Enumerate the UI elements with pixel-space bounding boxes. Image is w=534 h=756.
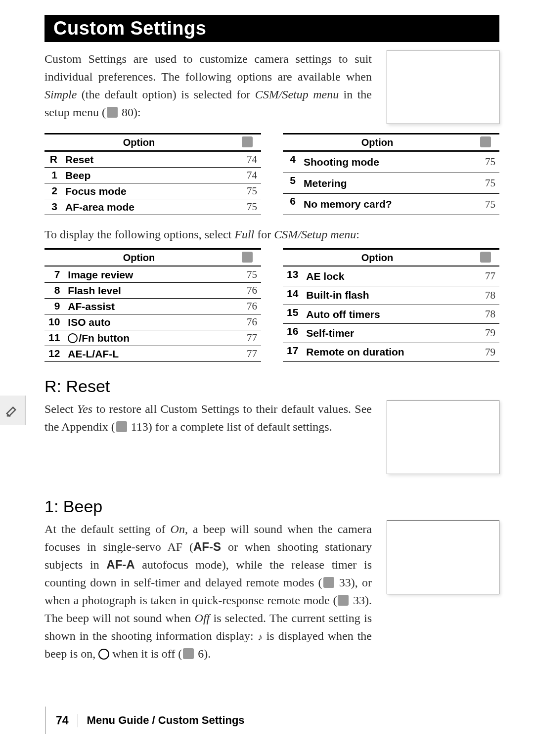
table-row: 10ISO auto76 — [44, 314, 261, 330]
text-italic: CSM/Setup menu — [255, 88, 339, 101]
option-page: 75 — [472, 194, 499, 215]
page-title: Custom Settings — [44, 15, 499, 42]
table-row: 1Beep74 — [44, 168, 261, 183]
table-row: 13AE lock77 — [283, 267, 499, 286]
option-number: 7 — [44, 267, 64, 283]
table-row: 16Self-timer79 — [283, 324, 499, 343]
option-number: R — [44, 151, 61, 168]
text: (the default option) is selected for — [77, 88, 255, 101]
option-page: 77 — [233, 330, 261, 346]
text: At the default setting of — [44, 523, 171, 535]
text-bold: AF-A — [106, 558, 134, 571]
col-header: Option — [283, 249, 472, 267]
col-header: Option — [44, 249, 233, 267]
option-page: 76 — [233, 283, 261, 299]
table-row: 9AF-assist76 — [44, 299, 261, 314]
option-label: Reset — [61, 151, 233, 168]
screenshot-thumb — [387, 50, 499, 124]
option-label: Built-in flash — [302, 286, 472, 305]
option-number: 6 — [283, 194, 300, 215]
table-row: 14Built-in flash78 — [283, 286, 499, 305]
option-number: 11 — [44, 330, 64, 346]
option-label: Flash level — [64, 283, 233, 299]
option-number: 12 — [44, 346, 64, 362]
table-row: 5Metering75 — [283, 173, 499, 194]
page-ref-icon — [242, 136, 253, 147]
table-row: 3AF-area mode75 — [44, 199, 261, 215]
text-italic: On — [171, 523, 185, 535]
table-row: 7Image review75 — [44, 267, 261, 283]
page-ref-icon — [338, 595, 349, 606]
option-page: 75 — [472, 151, 499, 173]
option-page: 78 — [472, 286, 499, 305]
option-label: Auto off timers — [302, 305, 472, 323]
text-italic: Full — [234, 228, 254, 241]
text-italic: Off — [195, 612, 210, 624]
option-number: 10 — [44, 314, 64, 330]
option-page: 79 — [472, 324, 499, 343]
table-row: 11/Fn button77 — [44, 330, 261, 346]
option-number: 8 — [44, 283, 64, 299]
option-label: Remote on duration — [302, 343, 472, 361]
text: 80): — [119, 106, 141, 119]
option-number: 5 — [283, 173, 300, 194]
text: when it is off ( — [109, 647, 182, 660]
timer-icon — [68, 333, 78, 343]
table-row: RReset74 — [44, 151, 261, 168]
option-table: Option 7Image review758Flash level769AF-… — [44, 248, 261, 362]
option-page: 77 — [472, 267, 499, 286]
option-number: 1 — [44, 168, 61, 183]
option-label: Beep — [61, 168, 233, 183]
option-label: Shooting mode — [300, 151, 472, 173]
option-page: 76 — [233, 314, 261, 330]
mid-paragraph: To display the following options, select… — [44, 228, 499, 241]
option-label: Focus mode — [61, 183, 233, 199]
table-row: 12AE-L/AF-L77 — [44, 346, 261, 362]
option-page: 74 — [233, 151, 261, 168]
text: Custom Settings are used to customize ca… — [44, 52, 372, 83]
option-table: Option 4Shooting mode755Metering756No me… — [283, 133, 499, 215]
text: 113) for a complete list of default sett… — [128, 420, 332, 433]
col-header-icon — [472, 249, 499, 267]
col-header: Option — [283, 134, 472, 151]
col-header-icon — [472, 134, 499, 151]
side-tab-pencil-icon — [0, 396, 26, 425]
beep-paragraph: At the default setting of On, a beep wil… — [44, 520, 372, 663]
text-italic: CSM/Setup menu — [274, 228, 356, 241]
option-table: Option RReset741Beep742Focus mode753AF-a… — [44, 133, 261, 215]
text: : — [356, 228, 359, 241]
reset-paragraph: Select Yes to restore all Custom Setting… — [44, 400, 372, 436]
option-page: 78 — [472, 305, 499, 323]
beep-off-icon — [98, 649, 109, 660]
option-number: 4 — [283, 151, 300, 173]
text: for — [254, 228, 274, 241]
screenshot-thumb — [387, 400, 499, 474]
option-label: ISO auto — [64, 314, 233, 330]
text: To display the following options, select — [44, 228, 234, 241]
page-ref-icon — [480, 136, 491, 147]
option-label: No memory card? — [300, 194, 472, 215]
option-page: 75 — [233, 199, 261, 215]
page-ref-icon — [480, 252, 491, 263]
option-label: Metering — [300, 173, 472, 194]
option-page: 74 — [233, 168, 261, 183]
option-number: 15 — [283, 305, 302, 323]
col-header-icon — [233, 249, 261, 267]
option-page: 76 — [233, 299, 261, 314]
option-label: AE-L/AF-L — [64, 346, 233, 362]
full-options-tables: Option 7Image review758Flash level769AF-… — [44, 248, 499, 362]
page-ref-icon — [183, 648, 194, 659]
section-heading-reset: R: Reset — [44, 377, 499, 396]
table-row: 15Auto off timers78 — [283, 305, 499, 323]
option-label: Image review — [64, 267, 233, 283]
option-label: /Fn button — [64, 330, 233, 346]
beep-on-icon: ♪ — [258, 629, 263, 644]
table-row: 8Flash level76 — [44, 283, 261, 299]
option-number: 2 — [44, 183, 61, 199]
option-page: 77 — [233, 346, 261, 362]
page-ref-icon — [242, 252, 253, 263]
text-bold: AF-S — [193, 540, 221, 553]
text-italic: Yes — [77, 402, 92, 415]
screenshot-thumb — [387, 520, 499, 594]
text: Select — [44, 402, 77, 415]
